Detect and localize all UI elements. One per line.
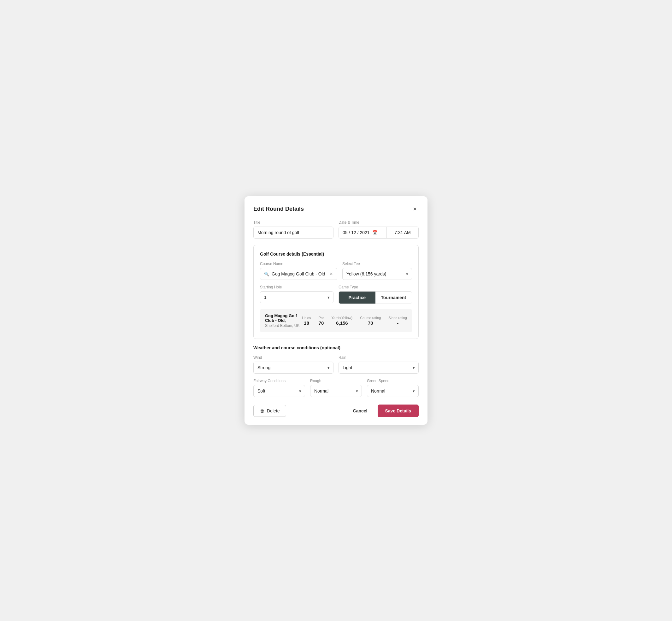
fairway-group: Fairway Conditions Dry Normal Soft Wet ▾ bbox=[253, 379, 305, 397]
rough-dropdown[interactable]: Short Normal Long bbox=[310, 385, 362, 397]
course-info-stats: Holes 18 Par 70 Yards(Yellow) 6,156 Cour… bbox=[302, 316, 407, 326]
fairway-select-wrap: Dry Normal Soft Wet ▾ bbox=[253, 385, 305, 397]
game-type-label: Game Type bbox=[339, 285, 412, 289]
slope-rating-label: Slope rating bbox=[388, 316, 407, 320]
edit-round-modal: Edit Round Details × Title Date & Time 0… bbox=[245, 196, 427, 425]
modal-header: Edit Round Details × bbox=[253, 205, 419, 213]
delete-button[interactable]: 🗑 Delete bbox=[253, 405, 286, 417]
green-speed-label: Green Speed bbox=[367, 379, 419, 383]
trash-icon: 🗑 bbox=[260, 408, 264, 413]
time-part[interactable]: 7:31 AM bbox=[387, 227, 418, 238]
course-rating-value: 70 bbox=[360, 320, 381, 326]
modal-footer: 🗑 Delete Cancel Save Details bbox=[253, 405, 419, 417]
select-tee-dropdown[interactable]: Yellow (6,156 yards) White (6,456 yards)… bbox=[342, 268, 412, 280]
title-input[interactable] bbox=[253, 226, 333, 239]
starting-hole-wrap: 1234 5678 910 ▾ bbox=[260, 291, 333, 303]
datetime-inner: 05 / 12 / 2021 📅 7:31 AM bbox=[339, 226, 419, 239]
date-part[interactable]: 05 / 12 / 2021 📅 bbox=[339, 227, 387, 238]
close-button[interactable]: × bbox=[411, 205, 419, 213]
stat-par: Par 70 bbox=[318, 316, 324, 326]
stat-yards: Yards(Yellow) 6,156 bbox=[332, 316, 353, 326]
modal-title: Edit Round Details bbox=[253, 206, 304, 212]
holes-label: Holes bbox=[302, 316, 311, 320]
starting-hole-dropdown[interactable]: 1234 5678 910 bbox=[260, 291, 333, 303]
rain-group: Rain None Light Moderate Heavy ▾ bbox=[339, 355, 419, 374]
wind-select-wrap: Calm Light Moderate Strong ▾ bbox=[253, 362, 333, 374]
holes-value: 18 bbox=[302, 320, 311, 326]
date-value: 05 / 12 / 2021 bbox=[343, 230, 370, 235]
hole-gametype-row: Starting Hole 1234 5678 910 ▾ Game Type … bbox=[260, 285, 412, 304]
search-icon: 🔍 bbox=[264, 272, 269, 277]
wind-group: Wind Calm Light Moderate Strong ▾ bbox=[253, 355, 333, 374]
course-rating-label: Course rating bbox=[360, 316, 381, 320]
green-speed-select-wrap: Slow Normal Fast ▾ bbox=[367, 385, 419, 397]
datetime-field-group: Date & Time 05 / 12 / 2021 📅 7:31 AM bbox=[339, 220, 419, 239]
weather-row2: Fairway Conditions Dry Normal Soft Wet ▾… bbox=[253, 379, 419, 397]
fairway-label: Fairway Conditions bbox=[253, 379, 305, 383]
footer-right: Cancel Save Details bbox=[349, 405, 419, 417]
green-speed-dropdown[interactable]: Slow Normal Fast bbox=[367, 385, 419, 397]
green-speed-group: Green Speed Slow Normal Fast ▾ bbox=[367, 379, 419, 397]
weather-section: Weather and course conditions (optional)… bbox=[253, 345, 419, 397]
time-value: 7:31 AM bbox=[394, 230, 411, 235]
golf-course-section: Golf Course details (Essential) Course N… bbox=[253, 245, 419, 339]
rough-group: Rough Short Normal Long ▾ bbox=[310, 379, 362, 397]
weather-row1: Wind Calm Light Moderate Strong ▾ Rain N… bbox=[253, 355, 419, 374]
course-name-group: Course Name 🔍 ✕ bbox=[260, 261, 337, 280]
top-fields-row: Title Date & Time 05 / 12 / 2021 📅 7:31 … bbox=[253, 220, 419, 239]
game-type-group: Game Type Practice Tournament bbox=[339, 285, 412, 304]
rain-dropdown[interactable]: None Light Moderate Heavy bbox=[339, 362, 419, 374]
course-name-label: Course Name bbox=[260, 261, 337, 266]
fairway-dropdown[interactable]: Dry Normal Soft Wet bbox=[253, 385, 305, 397]
stat-slope-rating: Slope rating - bbox=[388, 316, 407, 326]
starting-hole-label: Starting Hole bbox=[260, 285, 333, 289]
select-tee-wrap: Yellow (6,156 yards) White (6,456 yards)… bbox=[342, 268, 412, 280]
stat-holes: Holes 18 bbox=[302, 316, 311, 326]
title-field-group: Title bbox=[253, 220, 333, 239]
yards-label: Yards(Yellow) bbox=[332, 316, 353, 320]
rough-select-wrap: Short Normal Long ▾ bbox=[310, 385, 362, 397]
course-info-card: Gog Magog Golf Club - Old, Shelford Bott… bbox=[260, 309, 412, 332]
course-tee-row: Course Name 🔍 ✕ Select Tee Yellow (6,156… bbox=[260, 261, 412, 280]
wind-dropdown[interactable]: Calm Light Moderate Strong bbox=[253, 362, 333, 374]
select-tee-label: Select Tee bbox=[342, 261, 412, 266]
stat-course-rating: Course rating 70 bbox=[360, 316, 381, 326]
tournament-button[interactable]: Tournament bbox=[375, 292, 412, 303]
starting-hole-group: Starting Hole 1234 5678 910 ▾ bbox=[260, 285, 333, 304]
practice-button[interactable]: Practice bbox=[339, 292, 375, 303]
cancel-button[interactable]: Cancel bbox=[349, 405, 371, 417]
delete-label: Delete bbox=[267, 408, 280, 413]
par-value: 70 bbox=[318, 320, 324, 326]
par-label: Par bbox=[318, 316, 324, 320]
golf-section-title: Golf Course details (Essential) bbox=[260, 251, 412, 256]
game-type-toggle: Practice Tournament bbox=[339, 291, 412, 304]
calendar-icon: 📅 bbox=[372, 230, 378, 235]
save-button[interactable]: Save Details bbox=[378, 405, 419, 417]
course-info-location: Shelford Bottom, UK bbox=[265, 323, 302, 328]
select-tee-group: Select Tee Yellow (6,156 yards) White (6… bbox=[342, 261, 412, 280]
course-name-input-wrap[interactable]: 🔍 ✕ bbox=[260, 268, 337, 280]
slope-rating-value: - bbox=[388, 320, 407, 326]
course-info-left: Gog Magog Golf Club - Old, Shelford Bott… bbox=[265, 313, 302, 328]
title-label: Title bbox=[253, 220, 333, 225]
course-info-name: Gog Magog Golf Club - Old, bbox=[265, 313, 302, 323]
wind-label: Wind bbox=[253, 355, 333, 360]
course-name-input[interactable] bbox=[271, 272, 327, 277]
weather-section-title: Weather and course conditions (optional) bbox=[253, 345, 419, 350]
rough-label: Rough bbox=[310, 379, 362, 383]
rain-select-wrap: None Light Moderate Heavy ▾ bbox=[339, 362, 419, 374]
rain-label: Rain bbox=[339, 355, 419, 360]
yards-value: 6,156 bbox=[332, 320, 353, 326]
clear-course-icon[interactable]: ✕ bbox=[329, 272, 333, 277]
datetime-label: Date & Time bbox=[339, 220, 419, 225]
